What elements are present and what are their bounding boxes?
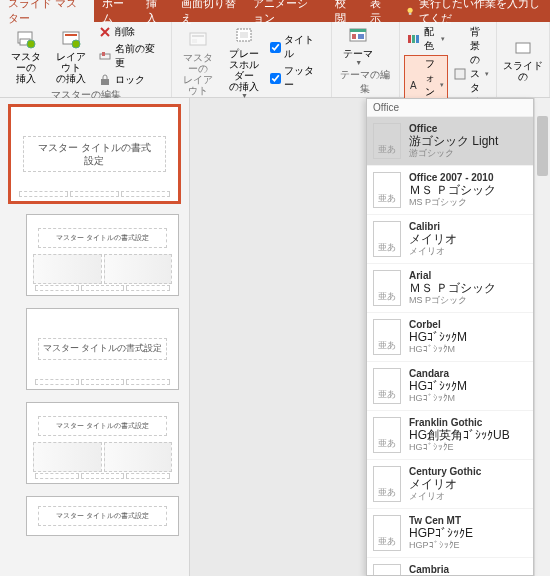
- rename-button[interactable]: 名前の変更: [95, 41, 167, 71]
- layout-thumbnail[interactable]: マスター タイトルの書式設定: [26, 496, 179, 536]
- font-major: 游ゴシック Light: [409, 135, 498, 149]
- button-label: マスターの レイアウト: [178, 52, 218, 96]
- thumb-title-placeholder: マスター タイトルの書式 設定: [23, 136, 167, 172]
- font-theme-item[interactable]: 亜あFranklin GothicHG創英角ｺﾞｼｯｸUBHGｺﾞｼｯｸE: [367, 411, 533, 460]
- layout-thumbnail[interactable]: マスター タイトルの書式設定: [26, 214, 179, 296]
- layout-thumbnail[interactable]: マスター タイトルの書式設定: [26, 308, 179, 390]
- font-info: Century Gothicメイリオメイリオ: [409, 466, 481, 502]
- svg-rect-18: [352, 34, 356, 39]
- font-theme-item[interactable]: 亜あCentury Gothicメイリオメイリオ: [367, 460, 533, 509]
- tab-transitions[interactable]: 画面切り替え: [173, 0, 245, 22]
- font-theme-name: Arial: [409, 270, 496, 282]
- group-master-layout: マスターの レイアウト プレースホルダー の挿入 ▼ タイトル フッター マスタ…: [172, 22, 331, 97]
- svg-rect-1: [409, 13, 412, 15]
- vertical-scrollbar[interactable]: [534, 98, 550, 576]
- button-label: 削除: [115, 25, 135, 39]
- font-info: Franklin GothicHG創英角ｺﾞｼｯｸUBHGｺﾞｼｯｸE: [409, 417, 510, 453]
- font-major: ＭＳ Ｐゴシック: [409, 282, 496, 296]
- font-info: Calibriメイリオメイリオ: [409, 221, 457, 257]
- svg-rect-6: [65, 34, 77, 36]
- font-info: ArialＭＳ ＰゴシックMS Pゴシック: [409, 270, 496, 306]
- font-minor: HGｺﾞｼｯｸM: [409, 393, 467, 403]
- font-theme-item[interactable]: 亜あCandaraHGｺﾞｼｯｸMHGｺﾞｼｯｸM: [367, 362, 533, 411]
- font-theme-item[interactable]: 亜あOffice 2007 - 2010ＭＳ ＰゴシックMS Pゴシック: [367, 166, 533, 215]
- layout-thumbnail[interactable]: マスター タイトルの書式設定: [26, 402, 179, 484]
- insert-layout-button[interactable]: レイアウト の挿入: [50, 24, 94, 88]
- slide-size-button[interactable]: スライドの: [501, 24, 545, 95]
- font-major: HG創英角ｺﾞｼｯｸUB: [409, 429, 510, 443]
- font-theme-item[interactable]: 亜あCambriaHG明朝BHG明朝B: [367, 558, 533, 576]
- delete-button[interactable]: 削除: [95, 24, 167, 40]
- checkbox-label: タイトル: [284, 33, 323, 61]
- font-minor: メイリオ: [409, 491, 481, 501]
- svg-rect-9: [102, 52, 105, 56]
- font-sample-icon: 亜あ: [373, 172, 401, 208]
- lightbulb-icon: [405, 5, 415, 17]
- group-edit-master: マスターの 挿入 レイアウト の挿入 削除 名前の変更 ロック: [0, 22, 172, 97]
- font-minor: MS Pゴシック: [409, 197, 496, 207]
- title-checkbox-input[interactable]: [270, 42, 281, 53]
- footer-checkbox[interactable]: フッター: [267, 63, 326, 93]
- font-minor: HGｺﾞｼｯｸE: [409, 442, 510, 452]
- slide-editor[interactable]: Office 亜あOffice游ゴシック Light游ゴシック亜あOffice …: [190, 98, 550, 576]
- button-label: プレースホルダー の挿入: [224, 48, 264, 92]
- tab-view[interactable]: 表示: [362, 0, 397, 22]
- insert-slide-master-button[interactable]: マスターの 挿入: [4, 24, 48, 88]
- master-layout-button[interactable]: マスターの レイアウト: [176, 24, 220, 101]
- svg-rect-15: [240, 32, 248, 38]
- font-major: HGｺﾞｼｯｸM: [409, 380, 467, 394]
- font-major: HGPｺﾞｼｯｸE: [409, 527, 473, 541]
- font-sample-icon: 亜あ: [373, 417, 401, 453]
- font-theme-item[interactable]: 亜あOffice游ゴシック Light游ゴシック: [367, 117, 533, 166]
- tab-home[interactable]: ホーム: [94, 0, 138, 22]
- chevron-down-icon: ▾: [440, 81, 444, 89]
- master-thumbnail[interactable]: マスター タイトルの書式 設定: [10, 106, 179, 202]
- font-theme-item[interactable]: 亜あTw Cen MTHGPｺﾞｼｯｸEHGPｺﾞｼｯｸE: [367, 509, 533, 558]
- font-theme-name: Franklin Gothic: [409, 417, 510, 429]
- tab-slide-master[interactable]: スライド マスター: [0, 0, 94, 22]
- chevron-down-icon: ▾: [441, 35, 445, 43]
- font-minor: HGｺﾞｼｯｸM: [409, 344, 467, 354]
- checkbox-label: フッター: [284, 64, 323, 92]
- scrollbar-thumb[interactable]: [537, 116, 548, 176]
- font-minor: HGPｺﾞｼｯｸE: [409, 540, 473, 550]
- font-theme-name: Candara: [409, 368, 467, 380]
- footer-checkbox-input[interactable]: [270, 73, 281, 84]
- font-theme-name: Corbel: [409, 319, 467, 331]
- button-label: 名前の変更: [115, 42, 164, 70]
- button-label: レイアウト の挿入: [52, 51, 92, 84]
- preserve-button[interactable]: ロック: [95, 72, 167, 88]
- svg-rect-12: [192, 35, 204, 37]
- themes-button[interactable]: テーマ ▼: [336, 24, 380, 68]
- font-major: HGｺﾞｼｯｸM: [409, 331, 467, 345]
- font-sample-icon: 亜あ: [373, 221, 401, 257]
- button-label: 配色: [424, 25, 436, 53]
- tab-insert[interactable]: 挿入: [138, 0, 173, 22]
- colors-button[interactable]: 配色 ▾: [404, 24, 448, 54]
- slide-master-icon: [16, 29, 36, 49]
- insert-placeholder-button[interactable]: プレースホルダー の挿入 ▼: [222, 24, 266, 101]
- themes-icon: [348, 26, 368, 46]
- svg-rect-22: [416, 35, 419, 43]
- font-theme-item[interactable]: 亜あArialＭＳ ＰゴシックMS Pゴシック: [367, 264, 533, 313]
- group-background: 配色 ▾ A フォント ▾ 背景のスタイル ▾ 背景を非表示: [400, 22, 497, 97]
- placeholder-icon: [234, 26, 254, 46]
- font-major: メイリオ: [409, 478, 481, 492]
- button-label: スライドの: [503, 60, 543, 82]
- tab-animations[interactable]: アニメーション: [245, 0, 327, 22]
- tab-review[interactable]: 校閲: [327, 0, 362, 22]
- svg-rect-20: [408, 35, 411, 43]
- thumbnail-pane[interactable]: マスター タイトルの書式 設定 マスター タイトルの書式設定 マスター タイトル…: [0, 98, 190, 576]
- title-checkbox[interactable]: タイトル: [267, 32, 326, 62]
- ribbon: マスターの 挿入 レイアウト の挿入 削除 名前の変更 ロック: [0, 22, 550, 98]
- button-label: ロック: [115, 73, 145, 87]
- svg-point-7: [72, 40, 80, 48]
- font-theme-item[interactable]: 亜あCorbelHGｺﾞｼｯｸMHGｺﾞｼｯｸM: [367, 313, 533, 362]
- font-sample-icon: 亜あ: [373, 368, 401, 404]
- svg-rect-19: [358, 34, 364, 39]
- svg-rect-13: [192, 39, 197, 43]
- font-sample-icon: 亜あ: [373, 123, 401, 159]
- font-major: メイリオ: [409, 233, 457, 247]
- font-theme-item[interactable]: 亜あCalibriメイリオメイリオ: [367, 215, 533, 264]
- font-info: Office 2007 - 2010ＭＳ ＰゴシックMS Pゴシック: [409, 172, 496, 208]
